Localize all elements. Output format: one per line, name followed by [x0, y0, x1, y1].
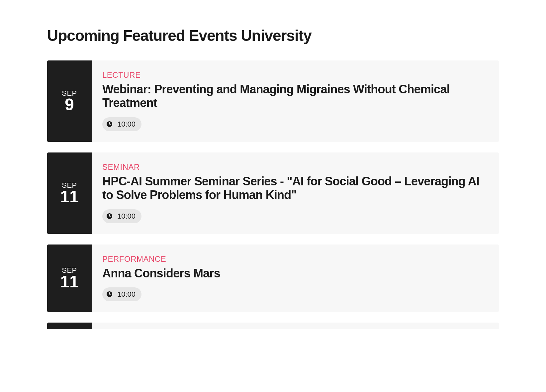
date-day: 9	[65, 96, 74, 113]
events-list: SEP 9 LECTURE Webinar: Preventing and Ma…	[47, 60, 499, 329]
event-category: SEMINAR	[102, 162, 488, 172]
page-title: Upcoming Featured Events University	[47, 27, 499, 45]
event-category: LECTURE	[102, 70, 488, 80]
event-content: SEMINAR HPC-AI Summer Seminar Series - "…	[92, 152, 499, 234]
time-text: 10:00	[117, 212, 136, 221]
event-card[interactable]: SEP 11 SEMINAR HPC-AI Summer Seminar Ser…	[47, 152, 499, 234]
event-category: PERFORMANCE	[102, 254, 488, 264]
date-block: SEP 11	[47, 152, 92, 234]
date-block-partial	[47, 323, 92, 329]
date-block: SEP 11	[47, 245, 92, 312]
event-content: PERFORMANCE Anna Considers Mars 10:00	[92, 245, 499, 312]
event-title: Anna Considers Mars	[102, 266, 488, 280]
time-pill: 10:00	[102, 287, 141, 301]
event-card-partial	[47, 323, 499, 329]
date-day: 11	[60, 273, 79, 290]
time-text: 10:00	[117, 290, 136, 299]
clock-icon	[106, 213, 113, 219]
clock-icon	[106, 291, 113, 297]
time-text: 10:00	[117, 120, 136, 129]
date-block: SEP 9	[47, 60, 92, 142]
event-title: HPC-AI Summer Seminar Series - "AI for S…	[102, 174, 488, 202]
event-title: Webinar: Preventing and Managing Migrain…	[102, 82, 488, 110]
event-card[interactable]: SEP 9 LECTURE Webinar: Preventing and Ma…	[47, 60, 499, 142]
time-pill: 10:00	[102, 117, 141, 131]
clock-icon	[106, 121, 113, 127]
event-content: LECTURE Webinar: Preventing and Managing…	[92, 60, 499, 142]
time-pill: 10:00	[102, 209, 141, 223]
event-card[interactable]: SEP 11 PERFORMANCE Anna Considers Mars 1…	[47, 245, 499, 312]
date-day: 11	[60, 188, 79, 205]
